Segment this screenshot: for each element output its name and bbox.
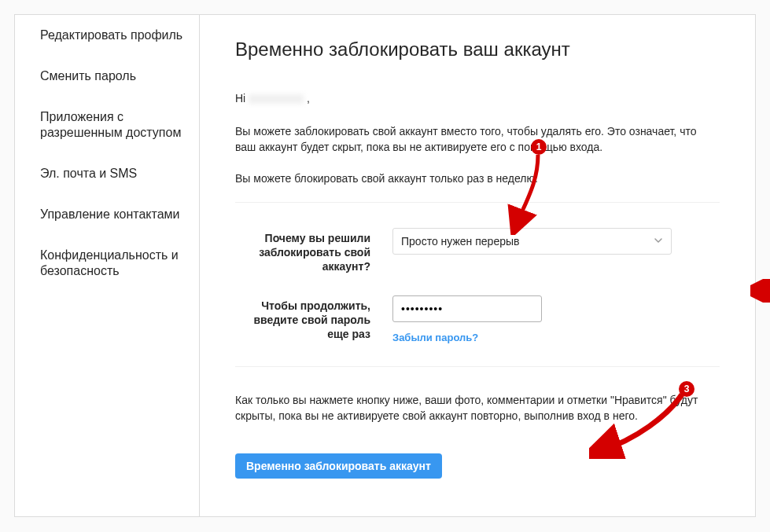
intro-paragraph-1: Вы можете заблокировать свой аккаунт вме… <box>235 123 720 155</box>
chevron-down-icon <box>654 235 663 248</box>
settings-container: Редактировать профиль Сменить пароль При… <box>14 14 756 517</box>
reason-row: Почему вы решили заблокировать свой акка… <box>235 228 720 273</box>
greeting-suffix: , <box>304 92 310 105</box>
greeting-username-redacted <box>249 94 304 104</box>
page-title: Временно заблокировать ваш аккаунт <box>235 39 720 61</box>
intro-paragraph-2: Вы можете блокировать свой аккаунт тольк… <box>235 171 720 186</box>
sidebar-item-label: Редактировать профиль <box>40 28 182 42</box>
forgot-password-link[interactable]: Забыли пароль? <box>392 332 478 343</box>
sidebar-item-email-sms[interactable]: Эл. почта и SMS <box>15 153 199 194</box>
sidebar-item-label: Управление контактами <box>40 207 180 221</box>
sidebar-item-label: Сменить пароль <box>40 69 136 83</box>
settings-sidebar: Редактировать профиль Сменить пароль При… <box>15 15 200 516</box>
disable-form: Почему вы решили заблокировать свой акка… <box>235 202 720 367</box>
sidebar-item-label: Эл. почта и SMS <box>40 167 137 180</box>
footer-paragraph: Как только вы нажмете кнопку ниже, ваши … <box>235 392 720 424</box>
password-label: Чтобы продолжить, введите свой пароль ещ… <box>235 295 392 341</box>
sidebar-item-authorized-apps[interactable]: Приложения с разрешенным доступом <box>15 97 199 153</box>
sidebar-item-manage-contacts[interactable]: Управление контактами <box>15 194 199 235</box>
sidebar-item-label: Конфиденциальность и безопасность <box>40 248 179 277</box>
sidebar-item-privacy-security[interactable]: Конфиденциальность и безопасность <box>15 235 199 292</box>
annotation-arrow-2 <box>750 279 770 306</box>
greeting-text: Hi , <box>235 92 720 105</box>
password-input[interactable] <box>392 295 542 322</box>
sidebar-item-change-password[interactable]: Сменить пароль <box>15 56 199 97</box>
submit-label: Временно заблокировать аккаунт <box>246 460 431 472</box>
reason-control: Просто нужен перерыв <box>392 228 672 255</box>
greeting-prefix: Hi <box>235 92 249 105</box>
disable-account-button[interactable]: Временно заблокировать аккаунт <box>235 453 442 479</box>
password-control: Забыли пароль? <box>392 295 672 344</box>
main-content: Временно заблокировать ваш аккаунт Hi , … <box>200 15 755 516</box>
password-row: Чтобы продолжить, введите свой пароль ещ… <box>235 295 720 344</box>
sidebar-item-edit-profile[interactable]: Редактировать профиль <box>15 15 199 56</box>
sidebar-item-label: Приложения с разрешенным доступом <box>40 110 181 139</box>
reason-label: Почему вы решили заблокировать свой акка… <box>235 228 392 273</box>
reason-selected-value: Просто нужен перерыв <box>401 235 519 248</box>
reason-select[interactable]: Просто нужен перерыв <box>392 228 672 255</box>
